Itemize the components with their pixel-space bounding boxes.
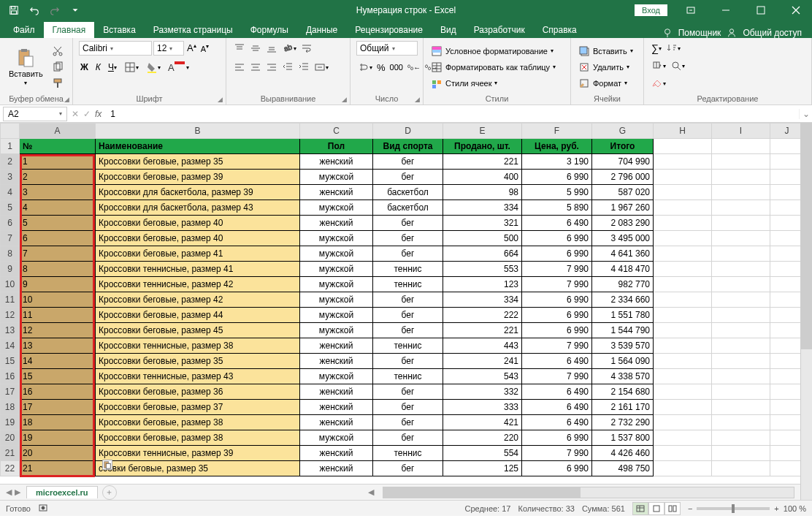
cell[interactable] — [712, 461, 770, 476]
font-name-combo[interactable]: Calibri▾ — [79, 41, 152, 56]
cell[interactable]: 7 990 — [522, 338, 592, 354]
cell[interactable]: Кроссовки для баскетбола, размер 39 — [96, 185, 300, 200]
format-painter-button[interactable] — [50, 76, 65, 91]
header-cell[interactable]: Наименование — [96, 139, 300, 154]
cell[interactable] — [770, 338, 804, 354]
wrap-text-button[interactable] — [299, 41, 314, 56]
tab-insert[interactable]: Вставка — [94, 22, 145, 38]
row-header-21[interactable]: 21 — [1, 446, 20, 461]
underline-button[interactable]: Ч▾ — [107, 61, 118, 74]
cell[interactable] — [654, 415, 712, 430]
cell[interactable] — [712, 292, 770, 308]
cell[interactable] — [770, 400, 804, 415]
cell[interactable] — [770, 170, 804, 185]
col-header-D[interactable]: D — [373, 123, 443, 139]
cell[interactable]: 15 — [20, 369, 96, 384]
cell[interactable]: Кроссовки беговые, размер 41 — [96, 246, 300, 262]
header-cell[interactable]: Цена, руб. — [522, 139, 592, 154]
cell[interactable] — [654, 139, 712, 154]
row-header-8[interactable]: 8 — [1, 246, 20, 262]
cell[interactable]: 334 — [443, 292, 522, 308]
cell[interactable] — [654, 384, 712, 400]
cell[interactable]: бег — [373, 461, 443, 476]
cell[interactable] — [770, 139, 804, 154]
grow-font-button[interactable]: A▴ — [185, 41, 198, 55]
zoom-out-button[interactable]: − — [688, 504, 692, 513]
cell[interactable] — [654, 200, 712, 216]
row-header-15[interactable]: 15 — [1, 354, 20, 369]
cell[interactable]: 21 — [20, 461, 96, 476]
cell[interactable] — [770, 446, 804, 461]
cell[interactable]: 7 990 — [522, 369, 592, 384]
cell[interactable] — [654, 400, 712, 415]
add-sheet-button[interactable]: ＋ — [102, 485, 117, 500]
cell[interactable]: 2 732 290 — [592, 415, 654, 430]
cell[interactable]: мужской — [300, 200, 373, 216]
cell[interactable]: 6 990 — [522, 308, 592, 323]
cell[interactable] — [770, 216, 804, 231]
row-header-13[interactable]: 13 — [1, 323, 20, 338]
cell[interactable]: 12 — [20, 323, 96, 338]
undo-button[interactable] — [25, 1, 44, 20]
cell[interactable]: 7 990 — [522, 262, 592, 277]
row-header-11[interactable]: 11 — [1, 292, 20, 308]
cell[interactable]: 2 796 000 — [592, 170, 654, 185]
tab-view[interactable]: Вид — [432, 22, 465, 38]
cell[interactable]: мужской — [300, 231, 373, 246]
maximize-button[interactable] — [745, 0, 777, 20]
cell[interactable] — [654, 430, 712, 446]
ribbon-options-button[interactable] — [675, 0, 707, 20]
cell[interactable]: 498 750 — [592, 461, 654, 476]
cell[interactable]: 5 890 — [522, 200, 592, 216]
zoom-in-button[interactable]: + — [774, 504, 778, 513]
cell[interactable]: бег — [373, 246, 443, 262]
cell[interactable]: 664 — [443, 246, 522, 262]
cell[interactable]: 3 — [20, 185, 96, 200]
cell[interactable]: 6 490 — [522, 415, 592, 430]
cell[interactable] — [654, 262, 712, 277]
cell[interactable]: 221 — [443, 154, 522, 170]
cell[interactable] — [654, 323, 712, 338]
tab-file[interactable]: Файл — [4, 22, 44, 38]
cell[interactable]: Кроссовки теннисные, размер 43 — [96, 369, 300, 384]
cell[interactable]: Кроссовки беговые, размер 42 — [96, 292, 300, 308]
copy-button[interactable] — [50, 60, 65, 75]
insert-cells-button[interactable]: Вставить▾ — [577, 44, 635, 58]
cell[interactable]: 421 — [443, 415, 522, 430]
cell[interactable]: Кроссовки беговые, размер 37 — [96, 400, 300, 415]
cell[interactable]: Кроссовки беговые, размер 40 — [96, 216, 300, 231]
cell[interactable] — [654, 446, 712, 461]
cell[interactable] — [712, 323, 770, 338]
cell[interactable] — [712, 154, 770, 170]
cell-styles-button[interactable]: Стили ячеек▾ — [429, 76, 499, 91]
name-box[interactable]: A2▾ — [3, 107, 67, 121]
cell[interactable]: 1 544 790 — [592, 323, 654, 338]
cell[interactable]: Кроссовки беговые, размер 35 — [96, 154, 300, 170]
cell[interactable] — [712, 246, 770, 262]
align-center-button[interactable] — [248, 60, 263, 75]
cell[interactable]: теннис — [373, 369, 443, 384]
cell[interactable]: 2 — [20, 170, 96, 185]
macro-record-icon[interactable] — [38, 503, 48, 514]
cell[interactable]: 123 — [443, 277, 522, 292]
cell[interactable]: женский — [300, 216, 373, 231]
col-header-G[interactable]: G — [592, 123, 654, 139]
cell[interactable]: 2 154 680 — [592, 384, 654, 400]
cell[interactable] — [712, 170, 770, 185]
cell[interactable]: 4 338 570 — [592, 369, 654, 384]
paste-options-icon[interactable] — [102, 460, 112, 470]
cell[interactable]: женский — [300, 384, 373, 400]
cell[interactable]: 3 495 000 — [592, 231, 654, 246]
cut-button[interactable] — [50, 44, 65, 58]
cell[interactable] — [654, 308, 712, 323]
row-header-7[interactable]: 7 — [1, 231, 20, 246]
cell[interactable]: бег — [373, 430, 443, 446]
cell[interactable]: мужской — [300, 262, 373, 277]
select-all-corner[interactable] — [1, 123, 20, 139]
cell[interactable]: 7 — [20, 246, 96, 262]
cell[interactable]: 6 490 — [522, 216, 592, 231]
minimize-button[interactable] — [710, 0, 742, 20]
col-header-A[interactable]: A — [20, 123, 96, 139]
cell[interactable]: 11 — [20, 308, 96, 323]
cell[interactable] — [712, 400, 770, 415]
